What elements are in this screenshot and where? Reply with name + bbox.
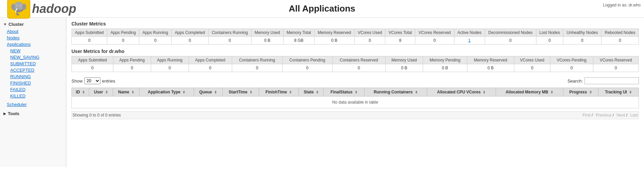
sidebar-item-about[interactable]: About <box>0 28 66 35</box>
sidebar-item-new-saving[interactable]: NEW_SAVING <box>0 54 66 60</box>
search-input[interactable] <box>584 77 639 84</box>
tools-arrow-icon: ▶ <box>3 112 6 115</box>
tools-label: Tools <box>8 111 19 116</box>
cluster-label: Cluster <box>9 22 24 27</box>
data-table-header-5[interactable]: StartTime ⇕ <box>222 88 259 96</box>
data-table-header-8[interactable]: FinalStatus ⇕ <box>324 88 364 96</box>
data-table-header-13[interactable]: Tracking UI ⇕ <box>598 88 639 96</box>
user-metrics-header-1: Apps Pending <box>113 56 151 64</box>
sidebar-item-applications[interactable]: Applications <box>0 41 66 48</box>
user-metrics-header-5: Containers Pending <box>282 56 332 64</box>
data-table-header-11[interactable]: Allocated Memory MB ⇕ <box>496 88 563 96</box>
data-table-header-7[interactable]: State ⇕ <box>299 88 324 96</box>
sort-icon-8: ⇕ <box>355 90 357 94</box>
data-table-header-3[interactable]: Application Type ⇕ <box>139 88 194 96</box>
cluster-metrics-value-8: 0 <box>354 37 385 44</box>
cluster-metrics-header-7: Memory Reserved <box>314 29 354 37</box>
data-table-header-2[interactable]: Name ⇕ <box>113 88 140 96</box>
data-table-header-10[interactable]: Allocated CPU VCores ⇕ <box>427 88 496 96</box>
entries-label: entries <box>102 78 115 84</box>
svg-point-5 <box>22 4 26 10</box>
logo-text: hadoop <box>32 2 76 16</box>
sidebar-item-accepted[interactable]: ACCEPTED <box>0 67 66 73</box>
data-table-header-1[interactable]: User ⇕ <box>89 88 113 96</box>
pagination-previous[interactable]: Previous <box>596 113 612 118</box>
data-table-header-row: ID ⇕User ⇕Name ⇕Application Type ⇕Queue … <box>72 88 639 96</box>
cluster-metrics-header-row: Apps SubmittedApps PendingApps RunningAp… <box>72 29 639 37</box>
main-content: Cluster Metrics Apps SubmittedApps Pendi… <box>66 18 644 167</box>
user-metrics-table: Apps SubmittedApps PendingApps RunningAp… <box>71 56 639 72</box>
user-metrics-header-11: VCores Pending <box>550 56 593 64</box>
sort-icon-7: ⇕ <box>316 90 319 94</box>
cluster-metrics-header-14: Unhealthy Nodes <box>563 29 601 37</box>
svg-point-4 <box>11 4 15 10</box>
sidebar-item-failed[interactable]: FAILED <box>0 86 66 93</box>
data-table-header-4[interactable]: Queue ⇕ <box>194 88 222 96</box>
no-data-row: No data available in table <box>72 96 639 108</box>
user-metrics-value-8: 0 B <box>423 64 467 72</box>
user-metrics-header-8: Memory Pending <box>423 56 467 64</box>
cluster-metrics-header-10: VCores Reserved <box>415 29 454 37</box>
cluster-section[interactable]: ▼ Cluster <box>0 20 66 28</box>
data-table-header-0[interactable]: ID ⇕ <box>72 88 89 96</box>
cluster-metrics-header-13: Lost Nodes <box>536 29 563 37</box>
cluster-metrics-header-1: Apps Pending <box>107 29 139 37</box>
cluster-metrics-value-3: 0 <box>172 37 208 44</box>
cluster-metrics-header-3: Apps Completed <box>172 29 208 37</box>
pagination-next[interactable]: Next <box>617 113 625 118</box>
user-metrics-value-2: 0 <box>151 64 189 72</box>
data-table-header-12[interactable]: Progress ⇕ <box>563 88 598 96</box>
sidebar-item-running[interactable]: RUNNING <box>0 73 66 80</box>
pagination-last[interactable]: Last <box>630 113 638 118</box>
user-metrics-value-4: 0 <box>232 64 282 72</box>
sidebar-item-killed[interactable]: KILLED <box>0 93 66 99</box>
cluster-metrics-value-row: 000000 B8 GB0 B08010000 <box>72 37 639 44</box>
header: hadoop All Applications Logged in as: dr… <box>0 0 644 18</box>
sort-icon-13: ⇕ <box>629 90 632 94</box>
user-metrics-value-6: 0 <box>332 64 385 72</box>
cluster-metrics-header-2: Apps Running <box>139 29 172 37</box>
data-table-header-9[interactable]: Running Containers ⇕ <box>364 88 427 96</box>
layout: ▼ Cluster About Nodes Applications NEW N… <box>0 18 644 167</box>
user-metrics-header-6: Containers Reserved <box>332 56 385 64</box>
showing-text: Showing 0 to 0 of 0 entries <box>73 113 121 118</box>
logo-area: hadoop <box>7 0 76 19</box>
cluster-metrics-value-11: 1 <box>454 37 485 44</box>
sort-icon-9: ⇕ <box>415 90 418 94</box>
svg-point-9 <box>20 5 21 6</box>
data-table-header-6[interactable]: FinishTime ⇕ <box>259 88 299 96</box>
cluster-metrics-header-6: Memory Total <box>283 29 314 37</box>
cluster-metrics-value-7: 0 B <box>314 37 354 44</box>
sidebar-item-scheduler[interactable]: Scheduler <box>0 101 66 108</box>
login-info: Logged in as: dr.who <box>603 3 641 7</box>
sidebar-item-nodes[interactable]: Nodes <box>0 35 66 41</box>
cluster-metrics-value-13: 0 <box>536 37 563 44</box>
user-metrics-header-9: Memory Reserved <box>467 56 514 64</box>
cluster-metrics-header-4: Containers Running <box>208 29 251 37</box>
cluster-metrics-table: Apps SubmittedApps PendingApps RunningAp… <box>71 29 639 44</box>
svg-point-7 <box>16 5 17 6</box>
sidebar-item-new[interactable]: NEW <box>0 48 66 54</box>
user-metrics-value-7: 0 B <box>385 64 423 72</box>
cluster-metrics-value-4: 0 <box>208 37 251 44</box>
user-metrics-value-5: 0 <box>282 64 332 72</box>
user-metrics-value-1: 0 <box>113 64 151 72</box>
user-metrics-header-12: VCores Reserved <box>593 56 639 64</box>
sidebar-item-finished[interactable]: FINISHED <box>0 80 66 86</box>
user-metrics-value-row: 00000000 B0 B0 B000 <box>72 64 639 72</box>
cluster-metrics-value-2: 0 <box>139 37 172 44</box>
tools-section[interactable]: ▶ Tools <box>0 110 66 118</box>
cluster-metrics-header-9: VCores Total <box>385 29 415 37</box>
cluster-metrics-value-6: 8 GB <box>283 37 314 44</box>
cluster-arrow-icon: ▼ <box>3 22 7 26</box>
show-entries: Show 10202550100 entries <box>71 77 115 84</box>
sort-icon-5: ⇕ <box>249 90 252 94</box>
cluster-metrics-value-15: 0 <box>601 37 639 44</box>
sidebar-item-submitted[interactable]: SUBMITTED <box>0 60 66 67</box>
user-metrics-header-10: VCores Used <box>514 56 550 64</box>
page-title: All Applications <box>289 3 355 14</box>
pagination-first[interactable]: First <box>583 113 591 118</box>
user-metrics-header-0: Apps Submitted <box>72 56 113 64</box>
cluster-metrics-header-15: Rebooted Nodes <box>601 29 639 37</box>
entries-select[interactable]: 10202550100 <box>84 77 100 84</box>
